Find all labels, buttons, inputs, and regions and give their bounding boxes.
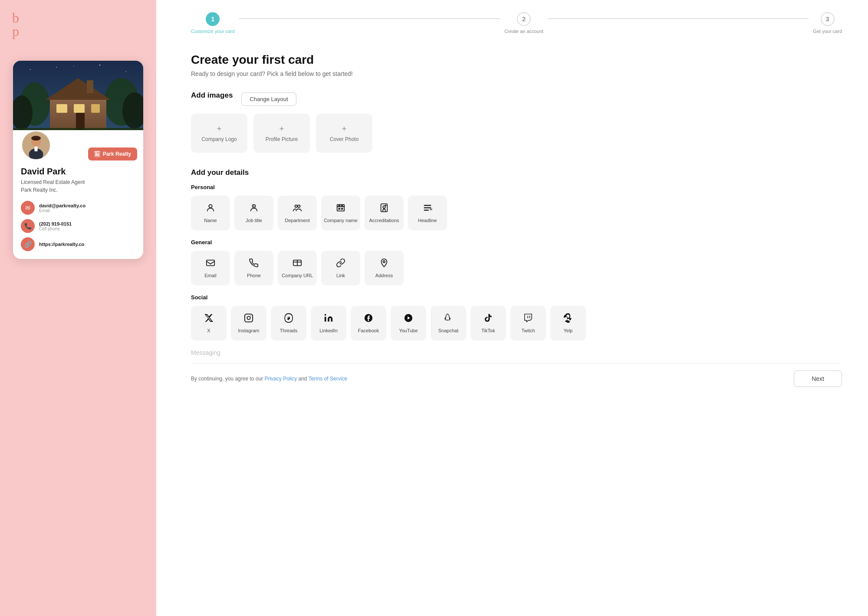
social-threads-label: Threads bbox=[280, 328, 297, 333]
svg-rect-34 bbox=[342, 208, 343, 210]
personal-jobtitle-label: Job title bbox=[246, 218, 262, 223]
svg-point-30 bbox=[295, 205, 298, 208]
image-slot-profile-picture[interactable]: + Profile Picture bbox=[253, 114, 310, 153]
person-icon bbox=[206, 203, 215, 215]
social-item-twitch[interactable]: Twitch bbox=[510, 306, 546, 341]
threads-icon bbox=[284, 313, 293, 325]
image-slots: + Company Logo + Profile Picture + Cover… bbox=[191, 114, 842, 153]
svg-point-39 bbox=[385, 205, 387, 206]
general-address-label: Address bbox=[375, 273, 393, 278]
group-icon bbox=[293, 203, 302, 215]
svg-rect-11 bbox=[76, 113, 85, 130]
email-icon bbox=[206, 258, 215, 270]
next-button[interactable]: Next bbox=[794, 370, 842, 387]
social-item-tiktok[interactable]: TikTok bbox=[470, 306, 506, 341]
personal-item-headline[interactable]: H Headline bbox=[408, 196, 447, 230]
linkedin-icon bbox=[324, 313, 333, 325]
personal-subtitle: Personal bbox=[191, 184, 842, 190]
general-item-email[interactable]: Email bbox=[191, 251, 230, 285]
social-subtitle: Social bbox=[191, 294, 842, 301]
contact-phone: 📞 (202) 919-0151 Cell phone bbox=[21, 219, 135, 233]
instagram-icon bbox=[244, 313, 253, 325]
step-1-label: Customize your card bbox=[191, 29, 235, 34]
add-images-title: Add images bbox=[191, 91, 233, 100]
email-icon-circle: ✉ bbox=[21, 201, 35, 215]
youtube-icon bbox=[404, 313, 413, 325]
general-item-phone[interactable]: Phone bbox=[234, 251, 273, 285]
twitch-icon bbox=[523, 313, 533, 325]
svg-point-45 bbox=[247, 316, 250, 319]
footer: By continuing, you agree to our Privacy … bbox=[191, 363, 842, 387]
slot-label-profile-picture: Profile Picture bbox=[266, 136, 298, 142]
left-panel: b p bbox=[0, 0, 156, 616]
svg-point-19 bbox=[73, 66, 74, 66]
badge-icon bbox=[249, 203, 259, 215]
step-line-1 bbox=[239, 18, 500, 19]
svg-point-16 bbox=[56, 67, 57, 68]
image-slot-cover-photo[interactable]: + Cover Photo bbox=[316, 114, 372, 153]
svg-rect-12 bbox=[56, 104, 67, 113]
social-item-snapchat[interactable]: Snapchat bbox=[431, 306, 466, 341]
card-person-title: Licensed Real Estate Agent Park Realty I… bbox=[21, 178, 135, 194]
svg-rect-35 bbox=[339, 205, 340, 206]
svg-point-22 bbox=[31, 136, 41, 141]
plus-icon: + bbox=[217, 125, 222, 134]
social-item-youtube[interactable]: YouTube bbox=[391, 306, 426, 341]
change-layout-button[interactable]: Change Layout bbox=[241, 92, 296, 106]
personal-item-accreditations[interactable]: Accreditations bbox=[365, 196, 404, 230]
svg-rect-33 bbox=[339, 208, 340, 210]
general-item-link[interactable]: Link bbox=[321, 251, 360, 285]
card-avatar-area: Park Realty bbox=[13, 130, 143, 152]
step-3-circle: 3 bbox=[821, 12, 835, 26]
social-item-linkedin[interactable]: LinkedIn bbox=[311, 306, 346, 341]
web-icon-circle: 🔗 bbox=[21, 237, 35, 251]
facebook-icon bbox=[364, 313, 373, 325]
contact-web: 🔗 https://parkrealty.co bbox=[21, 237, 135, 251]
svg-rect-41 bbox=[207, 260, 214, 266]
social-youtube-label: YouTube bbox=[399, 328, 418, 333]
personal-item-name[interactable]: Name bbox=[191, 196, 230, 230]
personal-item-companyname[interactable]: Company name bbox=[321, 196, 360, 230]
social-item-x[interactable]: X bbox=[191, 306, 227, 341]
general-link-label: Link bbox=[336, 273, 345, 278]
svg-point-31 bbox=[298, 205, 300, 208]
link-icon bbox=[336, 258, 345, 270]
slot-label-company-logo: Company Logo bbox=[201, 136, 237, 142]
tiktok-icon bbox=[483, 313, 493, 325]
svg-rect-32 bbox=[337, 205, 345, 211]
step-line-2 bbox=[548, 18, 809, 19]
phone-icon-circle: 📞 bbox=[21, 219, 35, 233]
card-contacts: ✉ david@parkrealty.co Email 📞 (202) 919-… bbox=[21, 201, 135, 251]
details-section-title: Add your details bbox=[191, 168, 842, 177]
social-item-facebook[interactable]: Facebook bbox=[351, 306, 386, 341]
card-person-name: David Park bbox=[21, 167, 135, 177]
svg-point-43 bbox=[383, 261, 385, 263]
social-twitch-label: Twitch bbox=[521, 328, 535, 333]
app-logo: b p bbox=[12, 10, 19, 39]
stepper: 1 Customize your card 2 Create an accoun… bbox=[191, 0, 842, 44]
svg-rect-44 bbox=[245, 314, 253, 322]
social-x-label: X bbox=[207, 328, 210, 333]
step-2-circle: 2 bbox=[517, 12, 531, 26]
personal-item-department[interactable]: Department bbox=[278, 196, 317, 230]
headline-icon: H bbox=[423, 203, 432, 215]
svg-point-46 bbox=[250, 315, 251, 316]
privacy-policy-link[interactable]: Privacy Policy bbox=[264, 376, 297, 382]
image-slot-company-logo[interactable]: + Company Logo bbox=[191, 114, 247, 153]
general-item-companyurl[interactable]: Company URL bbox=[278, 251, 317, 285]
plus-icon: + bbox=[342, 125, 347, 134]
svg-point-17 bbox=[99, 65, 100, 66]
card-body: David Park Licensed Real Estate Agent Pa… bbox=[13, 152, 143, 259]
general-item-address[interactable]: Address bbox=[365, 251, 404, 285]
page-title: Create your first card bbox=[191, 53, 842, 67]
social-item-threads[interactable]: Threads bbox=[271, 306, 306, 341]
svg-rect-47 bbox=[325, 317, 326, 321]
social-item-yelp[interactable]: Yelp bbox=[550, 306, 586, 341]
step-1-circle: 1 bbox=[206, 12, 220, 26]
svg-point-27 bbox=[209, 205, 212, 208]
right-panel: 1 Customize your card 2 Create an accoun… bbox=[156, 0, 868, 616]
social-item-instagram[interactable]: Instagram bbox=[231, 306, 266, 341]
social-tiktok-label: TikTok bbox=[481, 328, 495, 333]
terms-of-service-link[interactable]: Terms of Service bbox=[309, 376, 347, 382]
personal-item-jobtitle[interactable]: Job title bbox=[234, 196, 273, 230]
